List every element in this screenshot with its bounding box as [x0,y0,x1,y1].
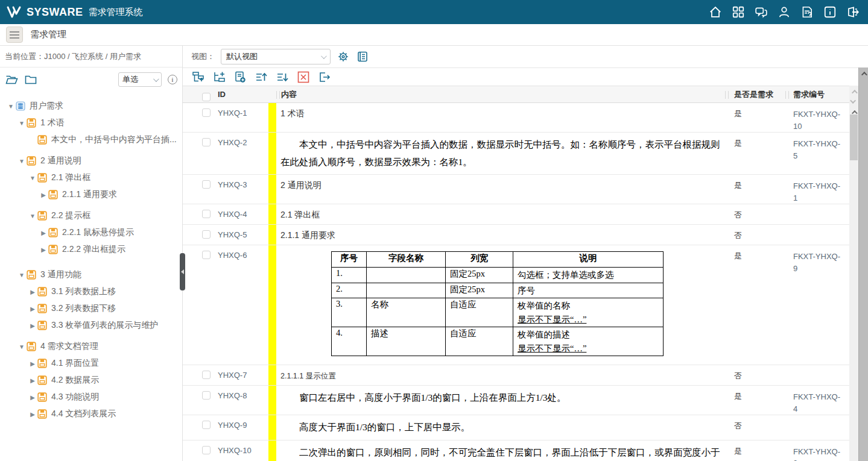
select-mode-dropdown[interactable]: 单选 [118,72,162,87]
tree-expand-icon[interactable]: ▶ [28,289,37,295]
page-scrollbar[interactable] [858,67,868,461]
view-settings-gear-icon[interactable] [337,51,350,63]
table-scrollbar[interactable] [849,86,858,461]
column-header-is-requirement[interactable]: 是否是需求 [725,86,785,102]
tree-expand-icon[interactable]: ▼ [17,272,27,278]
tree-expand-icon[interactable]: ▼ [17,343,27,350]
tree-item[interactable]: ▶ 3.3 枚举值列表的展示与维护 [4,317,180,334]
sidebar-collapse-handle[interactable] [180,253,185,290]
row-checkbox[interactable] [202,108,211,117]
view-dropdown-value: 默认视图 [226,51,258,62]
tree-item-root[interactable]: ▼ 用户需求 [4,98,180,114]
tree-item[interactable]: ▶ 2.1.1 通用要求 [4,186,180,203]
row-checkbox[interactable] [202,251,211,259]
move-down-icon[interactable] [276,71,289,83]
tree-item[interactable]: ▼ 2.1 弹出框 [4,169,180,186]
top-bar: SYSWARE 需求管理系统 [0,0,868,24]
tree-expand-icon[interactable]: ▶ [28,377,37,384]
view-list-icon[interactable] [356,51,369,63]
column-header-content[interactable]: 内容 [276,86,725,102]
tree-expand-icon[interactable]: ▼ [28,213,37,219]
tree-item[interactable]: ▶ 2.2.2 弹出框提示 [4,241,180,258]
tree-expand-icon[interactable]: ▶ [28,306,37,312]
menu-toggle-button[interactable] [6,27,23,43]
row-checkbox[interactable] [202,138,211,146]
tree-expand-icon[interactable]: ▶ [28,322,37,329]
add-sibling-node-icon[interactable] [191,71,204,83]
table-row[interactable]: YHXQ-2 本文中，中括号中内容为平台插入的数据，数据显示时无中括号。如：名称… [183,133,868,175]
scrollbar-thumb[interactable] [850,114,858,160]
tree-expand-icon[interactable]: ▶ [28,411,37,418]
tree-item[interactable]: ▼ 2 通用说明 [4,152,180,169]
table-row[interactable]: YHXQ-1 1 术语 是 FKXT-YHXQ-10 [183,103,868,133]
table-row[interactable]: YHXQ-6 序号 字段名称 列宽 说明 1. [183,245,868,365]
tree-item[interactable]: ▶ 4.2 数据展示 [4,372,180,389]
tree-item[interactable]: ▶ 2.2.1 鼠标悬停提示 [4,224,180,241]
tree-item[interactable]: ▼ 2.2 提示框 [4,207,180,224]
tree-info-icon[interactable]: i [168,75,177,84]
row-checkbox[interactable] [202,230,211,239]
tree-item[interactable]: 本文中，中括号中内容为平台插... [4,131,180,148]
view-dropdown[interactable]: 默认视图 [221,49,331,64]
user-icon[interactable] [778,5,791,19]
row-checkbox[interactable] [202,210,211,218]
column-header-id[interactable]: ID [214,86,268,102]
row-checkbox[interactable] [202,421,211,429]
tree-item[interactable]: ▼ 1 术语 [4,114,180,131]
tree-item[interactable]: ▶ 4.1 界面位置 [4,355,180,372]
row-req-no: FKXT-YHXQ-10 [785,103,859,132]
select-all-checkbox[interactable] [202,93,211,101]
table-row[interactable]: YHXQ-5 2.1.1 通用要求 否 [183,225,868,245]
tree-expand-icon[interactable]: ▶ [39,192,48,198]
tree-expand-icon[interactable]: ▼ [28,175,37,181]
tree-item-label: 2 通用说明 [40,155,81,166]
view-bar: 视图： 默认视图 [183,46,868,68]
table-row[interactable]: YHXQ-7 2.1.1.1 显示位置 否 [183,365,868,386]
row-is-requirement: 是 [725,103,785,132]
row-is-requirement: 是 [725,133,785,174]
logout-icon[interactable] [846,5,860,19]
home-icon[interactable] [709,5,722,19]
tree-expand-icon[interactable]: ▶ [28,360,37,367]
requirement-tree: ▼ 用户需求 ▼ 1 术语 本文中，中括号中内容为平台插... ▼ [0,92,182,461]
table-row[interactable]: YHXQ-4 2.1 弹出框 否 [183,204,868,225]
table-row[interactable]: YHXQ-9 高度大于界面1/3的窗口，上下居中显示。 否 [183,415,868,441]
tree-expand-icon[interactable]: ▶ [28,394,37,401]
messages-icon[interactable] [755,5,768,19]
add-document-icon[interactable] [233,71,247,83]
embedded-spec-table: 序号 字段名称 列宽 说明 1. 固定25px 勾选框；支持单选或多选 [331,251,664,356]
tree-expand-icon[interactable]: ▼ [6,103,16,110]
row-checkbox[interactable] [202,180,211,189]
tree-item[interactable]: ▶ 4.4 文档列表展示 [4,406,180,422]
move-up-icon[interactable] [255,71,268,83]
tree-expand-icon[interactable]: ▼ [17,158,27,165]
row-checkbox[interactable] [202,371,211,379]
collapse-all-folder-icon[interactable] [24,74,37,86]
tree-item[interactable]: ▶ 4.3 功能说明 [4,389,180,406]
export-icon[interactable] [318,71,331,83]
table-row[interactable]: YHXQ-10 二次弹出的窗口，原则相同，同时，不可完全盖住下层窗口，界面上沿低… [183,441,868,461]
info-icon[interactable] [823,5,837,19]
delete-icon[interactable] [297,71,310,83]
table-row[interactable]: YHXQ-3 2 通用说明 是 FKXT-YHXQ-1 [183,175,868,204]
tree-expand-icon[interactable]: ▶ [39,246,48,253]
scroll-up-icon[interactable] [849,87,858,96]
tree-item[interactable]: ▼ 3 通用功能 [4,266,180,283]
expand-all-folder-icon[interactable] [5,74,18,86]
row-checkbox[interactable] [202,391,211,400]
page-scroll-up-icon[interactable] [859,69,868,78]
tree-item[interactable]: ▶ 3.2 列表数据下移 [4,300,180,317]
scroll-down-icon[interactable] [849,96,858,106]
tree-expand-icon[interactable]: ▶ [39,230,48,236]
table-row[interactable]: YHXQ-8 窗口左右居中，高度小于界面1/3的窗口，上沿在界面上方1/3处。 … [183,386,868,415]
tree-item[interactable]: ▶ 3.1 列表数据上移 [4,283,180,300]
tree-item[interactable]: ▼ 4 需求文档管理 [4,338,180,355]
row-checkbox[interactable] [202,446,211,454]
column-header-req-no[interactable]: 需求编号 [785,86,859,102]
row-req-no: FKXT-YHXQ-4 [785,386,859,415]
add-child-node-icon[interactable] [212,71,226,83]
help-doc-icon[interactable] [800,5,814,19]
row-req-no [785,365,859,385]
tree-expand-icon[interactable]: ▼ [17,120,27,127]
apps-icon[interactable] [732,5,745,19]
